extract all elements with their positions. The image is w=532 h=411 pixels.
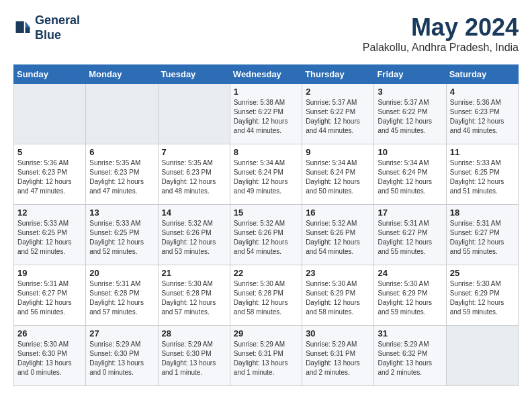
day-number: 31 [378,328,442,338]
calendar-cell: 21Sunrise: 5:30 AM Sunset: 6:28 PM Dayli… [158,265,230,326]
logo-line1: General [35,13,80,28]
day-info: Sunrise: 5:29 AM Sunset: 6:32 PM Dayligh… [378,340,442,377]
month-title: May 2024 [363,13,519,42]
day-info: Sunrise: 5:31 AM Sunset: 6:28 PM Dayligh… [89,279,154,317]
day-number: 17 [378,208,442,218]
day-info: Sunrise: 5:32 AM Sunset: 6:26 PM Dayligh… [306,219,370,257]
calendar-cell: 7Sunrise: 5:35 AM Sunset: 6:23 PM Daylig… [158,144,230,205]
week-row-4: 19Sunrise: 5:31 AM Sunset: 6:27 PM Dayli… [14,265,519,326]
week-row-3: 12Sunrise: 5:33 AM Sunset: 6:25 PM Dayli… [14,205,519,265]
day-number: 23 [306,268,370,278]
calendar-cell: 25Sunrise: 5:30 AM Sunset: 6:29 PM Dayli… [446,265,518,326]
header-day-monday: Monday [86,65,158,84]
header-day-friday: Friday [374,65,446,84]
day-number: 28 [162,328,226,338]
calendar-cell: 24Sunrise: 5:30 AM Sunset: 6:29 PM Dayli… [374,265,446,326]
day-number: 10 [378,147,442,157]
day-info: Sunrise: 5:32 AM Sunset: 6:26 PM Dayligh… [162,219,226,257]
calendar-cell: 2Sunrise: 5:37 AM Sunset: 6:22 PM Daylig… [302,84,374,144]
day-info: Sunrise: 5:29 AM Sunset: 6:31 PM Dayligh… [234,340,298,377]
day-number: 18 [450,208,515,218]
day-info: Sunrise: 5:34 AM Sunset: 6:24 PM Dayligh… [306,158,370,196]
calendar-cell [86,84,158,144]
calendar-cell: 14Sunrise: 5:32 AM Sunset: 6:26 PM Dayli… [158,205,230,265]
week-row-5: 26Sunrise: 5:30 AM Sunset: 6:30 PM Dayli… [14,326,519,386]
header-day-tuesday: Tuesday [158,65,230,84]
day-info: Sunrise: 5:30 AM Sunset: 6:29 PM Dayligh… [450,279,515,317]
calendar-cell: 9Sunrise: 5:34 AM Sunset: 6:24 PM Daylig… [302,144,374,205]
day-number: 13 [89,208,154,218]
day-number: 20 [89,268,154,278]
calendar-table: SundayMondayTuesdayWednesdayThursdayFrid… [13,64,519,386]
day-info: Sunrise: 5:36 AM Sunset: 6:23 PM Dayligh… [17,158,82,196]
calendar-cell: 15Sunrise: 5:32 AM Sunset: 6:26 PM Dayli… [230,205,302,265]
day-info: Sunrise: 5:31 AM Sunset: 6:27 PM Dayligh… [450,219,515,257]
calendar-cell: 19Sunrise: 5:31 AM Sunset: 6:27 PM Dayli… [14,265,86,326]
day-number: 29 [234,328,298,338]
day-info: Sunrise: 5:29 AM Sunset: 6:30 PM Dayligh… [162,340,226,377]
week-row-2: 5Sunrise: 5:36 AM Sunset: 6:23 PM Daylig… [14,144,519,205]
calendar-cell: 12Sunrise: 5:33 AM Sunset: 6:25 PM Dayli… [14,205,86,265]
calendar-cell [14,84,86,144]
calendar-cell: 1Sunrise: 5:38 AM Sunset: 6:22 PM Daylig… [230,84,302,144]
day-number: 21 [162,268,226,278]
day-info: Sunrise: 5:33 AM Sunset: 6:25 PM Dayligh… [450,158,515,196]
day-info: Sunrise: 5:36 AM Sunset: 6:23 PM Dayligh… [450,98,515,136]
day-info: Sunrise: 5:38 AM Sunset: 6:22 PM Dayligh… [234,98,298,136]
day-info: Sunrise: 5:30 AM Sunset: 6:29 PM Dayligh… [306,279,370,317]
day-number: 27 [89,328,154,338]
day-number: 4 [450,87,515,97]
day-info: Sunrise: 5:31 AM Sunset: 6:27 PM Dayligh… [378,219,442,257]
svg-marker-0 [26,21,30,27]
day-info: Sunrise: 5:32 AM Sunset: 6:26 PM Dayligh… [234,219,298,257]
header-day-saturday: Saturday [446,65,518,84]
day-number: 3 [378,87,442,97]
logo: General Blue [13,13,80,42]
day-number: 9 [306,147,370,157]
svg-marker-1 [26,27,30,33]
day-info: Sunrise: 5:37 AM Sunset: 6:22 PM Dayligh… [378,98,442,136]
calendar-cell: 30Sunrise: 5:29 AM Sunset: 6:31 PM Dayli… [302,326,374,386]
calendar-cell: 13Sunrise: 5:33 AM Sunset: 6:25 PM Dayli… [86,205,158,265]
day-number: 11 [450,147,515,157]
day-info: Sunrise: 5:35 AM Sunset: 6:23 PM Dayligh… [89,158,154,196]
day-number: 19 [17,268,82,278]
calendar-cell: 10Sunrise: 5:34 AM Sunset: 6:24 PM Dayli… [374,144,446,205]
calendar-cell: 28Sunrise: 5:29 AM Sunset: 6:30 PM Dayli… [158,326,230,386]
day-number: 25 [450,268,515,278]
day-info: Sunrise: 5:29 AM Sunset: 6:30 PM Dayligh… [89,340,154,377]
day-number: 1 [234,87,298,97]
day-info: Sunrise: 5:30 AM Sunset: 6:28 PM Dayligh… [234,279,298,317]
day-info: Sunrise: 5:33 AM Sunset: 6:25 PM Dayligh… [89,219,154,257]
calendar-cell: 5Sunrise: 5:36 AM Sunset: 6:23 PM Daylig… [14,144,86,205]
calendar-cell: 17Sunrise: 5:31 AM Sunset: 6:27 PM Dayli… [374,205,446,265]
calendar-cell [446,326,518,386]
calendar-cell: 11Sunrise: 5:33 AM Sunset: 6:25 PM Dayli… [446,144,518,205]
day-info: Sunrise: 5:30 AM Sunset: 6:30 PM Dayligh… [17,340,82,377]
calendar-cell: 22Sunrise: 5:30 AM Sunset: 6:28 PM Dayli… [230,265,302,326]
day-info: Sunrise: 5:30 AM Sunset: 6:29 PM Dayligh… [378,279,442,317]
header-day-wednesday: Wednesday [230,65,302,84]
title-section: May 2024 Palakollu, Andhra Pradesh, Indi… [363,13,519,54]
day-info: Sunrise: 5:30 AM Sunset: 6:28 PM Dayligh… [162,279,226,317]
header-row: SundayMondayTuesdayWednesdayThursdayFrid… [14,65,519,84]
day-info: Sunrise: 5:31 AM Sunset: 6:27 PM Dayligh… [17,279,82,317]
day-info: Sunrise: 5:34 AM Sunset: 6:24 PM Dayligh… [234,158,298,196]
calendar-cell [158,84,230,144]
header-day-thursday: Thursday [302,65,374,84]
day-number: 7 [162,147,226,157]
day-number: 24 [378,268,442,278]
day-info: Sunrise: 5:35 AM Sunset: 6:23 PM Dayligh… [162,158,226,196]
calendar-cell: 31Sunrise: 5:29 AM Sunset: 6:32 PM Dayli… [374,326,446,386]
day-info: Sunrise: 5:29 AM Sunset: 6:31 PM Dayligh… [306,340,370,377]
header: General Blue May 2024 Palakollu, Andhra … [13,13,519,54]
location-title: Palakollu, Andhra Pradesh, India [363,42,519,54]
day-number: 8 [234,147,298,157]
logo-line2: Blue [35,28,80,43]
calendar-cell: 27Sunrise: 5:29 AM Sunset: 6:30 PM Dayli… [86,326,158,386]
header-day-sunday: Sunday [14,65,86,84]
day-number: 6 [89,147,154,157]
calendar-cell: 29Sunrise: 5:29 AM Sunset: 6:31 PM Dayli… [230,326,302,386]
calendar-cell: 16Sunrise: 5:32 AM Sunset: 6:26 PM Dayli… [302,205,374,265]
day-info: Sunrise: 5:34 AM Sunset: 6:24 PM Dayligh… [378,158,442,196]
